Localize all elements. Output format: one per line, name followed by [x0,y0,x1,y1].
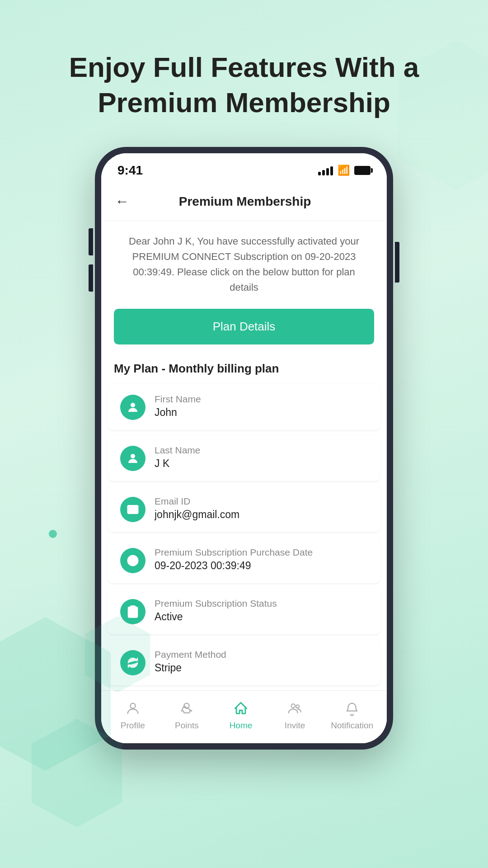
side-button-left [89,228,93,255]
status-time: 9:41 [117,163,143,178]
info-text-4: Premium Subscription Status Active [155,598,277,623]
info-value-2: johnjk@gmail.com [155,509,239,521]
info-label-1: Last Name [155,445,201,456]
nav-invite[interactable]: Invite [277,699,313,731]
info-label-2: Email ID [155,496,239,507]
nav-home-label: Home [230,721,253,731]
info-icon-3 [120,548,145,573]
info-label-5: Payment Method [155,649,226,660]
info-icon-2 [120,497,145,522]
svg-marker-12 [85,616,150,693]
svg-marker-0 [398,41,488,190]
welcome-message: Dear John J K, You have successfully act… [101,221,387,304]
info-row-0: First Name John [108,384,380,430]
info-text-1: Last Name J K [155,445,201,470]
info-label-0: First Name [155,394,201,405]
info-text-3: Premium Subscription Purchase Date 09-20… [155,547,313,572]
svg-point-9 [296,705,299,708]
nav-home[interactable]: Home [223,699,259,731]
info-value-1: J K [155,458,201,470]
info-value-3: 09-20-2023 00:39:49 [155,560,313,572]
info-label-3: Premium Subscription Purchase Date [155,547,313,558]
side-button-right [395,242,399,283]
info-text-5: Payment Method Stripe [155,649,226,674]
svg-point-2 [131,454,135,458]
side-button-left2 [89,264,93,292]
info-value-0: John [155,406,201,419]
nav-points[interactable]: Points [169,699,205,731]
screen-title: Premium Membership [135,194,355,209]
info-text-2: Email ID johnjk@gmail.com [155,496,239,521]
plan-details-button[interactable]: Plan Details [114,309,374,344]
nav-invite-icon [286,699,305,718]
svg-point-8 [291,704,295,708]
info-row-1: Last Name J K [108,435,380,481]
info-label-4: Premium Subscription Status [155,598,277,609]
svg-point-1 [131,403,135,407]
info-text-0: First Name John [155,394,201,419]
plan-title: My Plan - Monthly billing plan [101,357,387,384]
info-row-2: Email ID johnjk@gmail.com [108,486,380,533]
nav-notification-icon [343,699,361,718]
status-bar: 9:41 📶 [101,153,387,182]
info-value-5: Stripe [155,662,226,674]
nav-invite-label: Invite [285,721,305,731]
battery-icon [354,166,371,175]
svg-point-6 [130,703,135,708]
signal-icon [318,165,333,175]
nav-notification-label: Notification [331,721,373,731]
back-button[interactable]: ← [115,191,135,212]
nav-points-icon [177,699,196,718]
screen-header: ← Premium Membership [101,182,387,221]
info-icon-0 [120,395,145,420]
wifi-icon: 📶 [338,165,350,176]
info-icon-1 [120,446,145,471]
nav-notification[interactable]: Notification [331,699,373,731]
bg-dot [49,530,57,538]
svg-marker-11 [32,719,122,827]
info-row-3: Premium Subscription Purchase Date 09-20… [108,537,380,584]
info-value-4: Active [155,611,277,623]
status-icons: 📶 [318,165,371,176]
nav-points-label: Points [175,721,199,731]
nav-home-icon [231,699,250,718]
bottom-navigation: Profile Points [101,690,387,743]
